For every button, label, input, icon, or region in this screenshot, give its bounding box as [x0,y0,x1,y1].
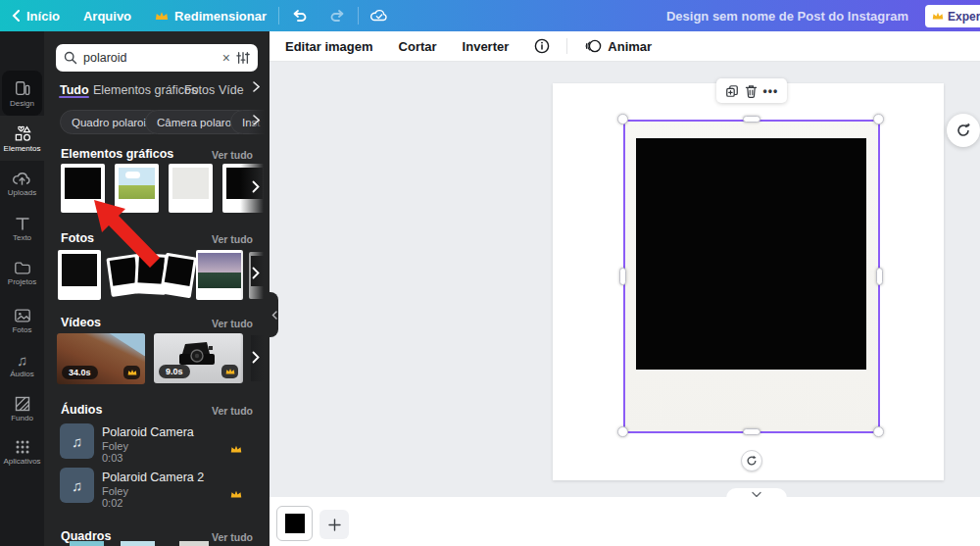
elements-shapes-icon [14,124,31,142]
graphic-thumb-polaroid-empty[interactable] [169,164,213,213]
animate-button[interactable]: Animar [571,39,664,54]
resize-handle-right[interactable] [876,268,883,285]
resize-label: Redimensionar [174,9,267,24]
undo-button[interactable] [279,0,318,31]
polaroid-frame-element[interactable] [624,121,879,432]
crown-icon [155,11,169,22]
editor-toolbar: Editar imagem Cortar Inverter Animar [270,31,980,62]
graphics-chevron-right-icon[interactable] [252,180,260,193]
audio-item-play-tile[interactable]: ♫ [60,468,94,503]
active-tab-underline [59,96,89,98]
background-hatch-icon [15,396,30,412]
element-floating-toolbar: ••• [716,78,787,103]
collapse-chevron-left-icon [271,311,277,320]
document-title[interactable]: Design sem nome de Post do Instagram [666,0,908,31]
photo-thumb-polaroid[interactable] [58,250,101,300]
animate-label: Animar [608,39,652,54]
back-home-button[interactable]: Início [0,0,72,31]
thumb-photo [65,168,101,199]
frame-thumb-partial[interactable] [121,541,155,546]
info-icon [534,38,550,54]
see-all-graphics[interactable]: Ver tudo [212,149,253,161]
thumb-photo [198,253,240,289]
audio-title[interactable]: Polaroid Camera [102,425,194,439]
resize-handle-bottom-right[interactable] [873,426,884,437]
undo-icon [291,9,307,23]
more-options-button[interactable]: ••• [762,84,778,98]
frame-thumb-partial[interactable] [70,541,104,546]
photo-thumb-twilight[interactable] [196,250,243,300]
photos-chevron-right-icon[interactable] [252,267,260,279]
add-page-button[interactable] [319,510,349,539]
filter-icon[interactable] [236,51,250,65]
search-input[interactable] [83,51,217,65]
flip-button[interactable]: Inverter [450,39,522,54]
see-all-videos[interactable]: Ver tudo [212,318,253,329]
page-thumbnail-1[interactable] [276,506,313,541]
video-thumb-mountain[interactable]: 34.0s [57,333,145,384]
file-menu[interactable]: Arquivo [72,0,143,31]
graphic-thumb-polaroid-black[interactable] [61,164,105,213]
thumb-photo [119,168,155,199]
sidebar-item-uploads[interactable]: Uploads [0,161,44,206]
resize-handle-bottom[interactable] [743,428,760,435]
resize-handle-top-left[interactable] [617,114,628,124]
design-icon [14,79,31,97]
tab-fotos[interactable]: Fotos [184,83,215,97]
graphic-thumb-polaroid-landscape[interactable] [115,164,159,213]
resize-handle-bottom-left[interactable] [617,426,628,437]
see-all-audios[interactable]: Ver tudo [212,405,253,417]
section-title-audios: Áudios [61,403,102,417]
tab-elementos-graficos[interactable]: Elementos gráficos [93,83,197,97]
redo-button[interactable] [318,0,358,31]
sidebar-item-label: Uploads [8,188,36,197]
resize-handle-top[interactable] [743,116,760,123]
sidebar-item-audios[interactable]: ♫ Áudios [0,343,44,388]
info-button[interactable] [521,38,563,54]
cloud-check-icon [370,9,388,23]
tabs-chevron-right-icon[interactable] [253,81,260,92]
toolbar-divider [566,38,567,54]
audio-item-play-tile[interactable]: ♫ [60,423,94,459]
video-thumb-camera[interactable]: 9.0s [154,333,243,383]
duplicate-button[interactable] [725,84,739,98]
resize-button[interactable]: Redimensionar [143,0,278,31]
resize-handle-left[interactable] [619,268,626,285]
file-label: Arquivo [83,9,131,24]
tab-tudo[interactable]: Tudo [60,83,89,97]
sidebar-item-aplicativos[interactable]: Aplicativos [0,429,44,474]
rotate-handle[interactable] [741,450,762,472]
refresh-suggestion-button[interactable] [947,114,980,147]
upgrade-button[interactable]: Experim [925,5,980,27]
pro-crown-icon [230,490,242,499]
resize-handle-top-right[interactable] [873,114,884,124]
audio-title[interactable]: Polaroid Camera 2 [102,471,204,484]
sidebar-item-design[interactable]: Design [2,71,42,116]
sidebar-item-texto[interactable]: Texto [0,206,44,251]
back-chevron-icon [12,10,21,22]
sidebar-item-projetos[interactable]: Projetos [0,251,44,296]
chips-chevron-right-icon[interactable] [253,115,260,125]
sidebar-item-elementos[interactable]: Elementos [0,116,44,161]
sidebar-item-label: Projetos [8,277,36,286]
save-status-button[interactable] [359,0,400,31]
thumb-photo [172,168,209,199]
crop-button[interactable]: Cortar [386,39,450,54]
sidebar-item-label: Texto [13,233,31,242]
frame-thumb-partial[interactable] [179,541,209,546]
videos-chevron-right-icon[interactable] [252,351,260,364]
elements-panel: × Tudo Elementos gráficos Fotos Víde Qua… [44,31,270,546]
sidebar-item-fotos[interactable]: Fotos [0,298,44,343]
crown-icon [932,12,944,21]
edit-image-button[interactable]: Editar imagem [272,39,386,54]
delete-button[interactable] [745,84,758,98]
panel-collapse-tab[interactable] [270,292,278,337]
sidebar-item-label: Elementos [4,144,41,153]
pages-bar [270,497,980,546]
sidebar-item-fundo[interactable]: Fundo [0,386,44,431]
clear-search-icon[interactable]: × [222,50,230,66]
see-all-photos[interactable]: Ver tudo [212,233,253,245]
refresh-icon [956,123,971,138]
photo-thumb-three-polaroids[interactable] [109,252,195,299]
see-all-frames[interactable]: Ver tudo [212,531,253,543]
